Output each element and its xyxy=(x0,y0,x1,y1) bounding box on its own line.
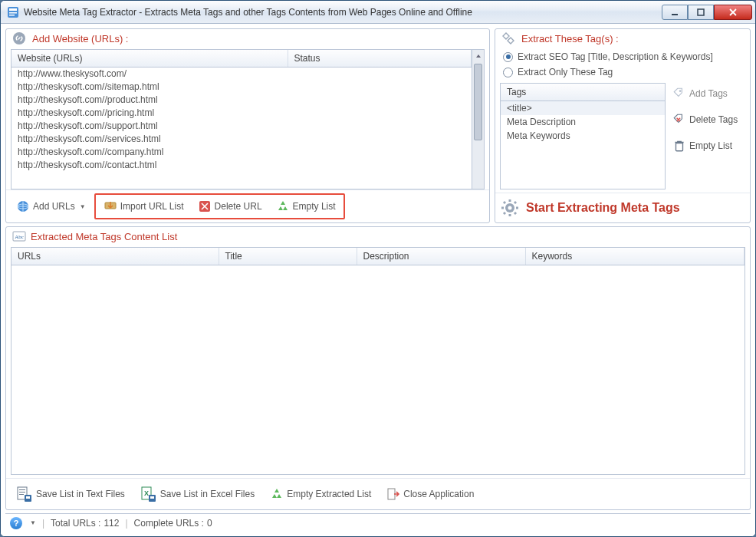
extract-header: Extract These Tag(s) : xyxy=(495,29,750,48)
window-controls xyxy=(662,5,752,20)
exit-icon xyxy=(386,487,400,501)
svg-point-11 xyxy=(679,90,682,92)
trash-icon xyxy=(672,139,686,153)
svg-rect-18 xyxy=(19,492,25,493)
tag-item[interactable]: Meta Description xyxy=(501,115,665,129)
add-urls-button[interactable]: Add URLs ▼ xyxy=(9,196,93,217)
tag-icon xyxy=(501,31,515,45)
tag-delete-icon xyxy=(672,113,686,127)
add-website-panel: Add Website (URLs) : Website (URLs) Stat… xyxy=(5,28,490,223)
start-extracting-button[interactable]: Start Extracting Meta Tags xyxy=(526,201,680,215)
client-area: Add Website (URLs) : Website (URLs) Stat… xyxy=(1,24,755,536)
delete-tags-button[interactable]: Delete Tags xyxy=(670,110,745,129)
col-website[interactable]: Website (URLs) xyxy=(12,50,288,68)
save-text-button[interactable]: Save List in Text Files xyxy=(9,482,132,506)
url-row: http://theskysoft.com//services.html xyxy=(12,133,472,146)
svg-rect-19 xyxy=(19,494,24,495)
url-table-body[interactable]: Website (URLs) Status http://www.theskys… xyxy=(12,50,472,189)
url-row: http://theskysoft.com//company.html xyxy=(12,146,472,159)
svg-rect-5 xyxy=(698,9,704,15)
col-title[interactable]: Title xyxy=(219,248,357,265)
results-table[interactable]: URLs Title Description Keywords xyxy=(11,247,745,475)
titlebar: Website Meta Tag Extractor - Extracts Me… xyxy=(1,1,755,24)
recycle-icon xyxy=(276,199,290,213)
scroll-thumb[interactable] xyxy=(474,64,482,140)
chevron-down-icon: ▼ xyxy=(80,203,86,210)
gear-icon xyxy=(500,198,520,218)
import-url-list-button[interactable]: Import URL List xyxy=(97,196,191,217)
scroll-up-icon[interactable] xyxy=(472,50,484,61)
url-row: http://theskysoft.com//sitemap.html xyxy=(12,81,472,94)
window-title: Website Meta Tag Extractor - Extracts Me… xyxy=(24,7,662,18)
radio-only-these[interactable]: Extract Only These Tag xyxy=(500,64,745,80)
tag-add-icon xyxy=(672,87,686,100)
total-urls-value: 112 xyxy=(104,518,119,529)
svg-text:X: X xyxy=(144,489,149,497)
app-window: Website Meta Tag Extractor - Extracts Me… xyxy=(0,0,756,537)
add-website-label: Add Website (URLs) : xyxy=(32,33,128,44)
add-website-header: Add Website (URLs) : xyxy=(6,29,489,48)
tags-header[interactable]: Tags xyxy=(501,84,665,101)
tags-list[interactable]: Tags <title> Meta Description Meta Keywo… xyxy=(500,83,666,189)
empty-list-button[interactable]: Empty List xyxy=(269,196,343,217)
svg-rect-2 xyxy=(9,12,17,14)
abc-icon: Abc xyxy=(12,229,26,243)
svg-rect-21 xyxy=(26,496,30,499)
svg-rect-1 xyxy=(9,8,17,11)
app-icon xyxy=(7,6,19,18)
extract-tags-panel: Extract These Tag(s) : Extract SEO Tag [… xyxy=(495,28,751,223)
empty-extracted-button[interactable]: Empty Extracted List xyxy=(263,483,378,505)
svg-rect-17 xyxy=(19,489,25,490)
url-row: http://theskysoft.com//contact.html xyxy=(12,159,472,172)
svg-text:Abc: Abc xyxy=(15,234,24,240)
url-table: Website (URLs) Status http://www.theskys… xyxy=(11,49,485,189)
total-urls-label: Total URLs : xyxy=(51,518,100,529)
url-row: http://www.theskysoft.com/ xyxy=(12,68,472,81)
col-urls[interactable]: URLs xyxy=(12,248,219,265)
radio-icon xyxy=(503,68,513,77)
svg-rect-25 xyxy=(150,496,154,499)
import-icon xyxy=(104,199,117,213)
col-keywords[interactable]: Keywords xyxy=(525,248,744,265)
extract-header-label: Extract These Tag(s) : xyxy=(521,33,619,44)
url-row: http://theskysoft.com//product.html xyxy=(12,94,472,107)
maximize-button[interactable] xyxy=(688,5,714,20)
save-excel-icon: X xyxy=(140,486,157,502)
help-icon[interactable]: ? xyxy=(10,517,22,529)
results-panel: Abc Extracted Meta Tags Content List URL… xyxy=(5,226,751,510)
svg-rect-3 xyxy=(9,15,15,16)
add-tags-button[interactable]: Add Tags xyxy=(670,84,745,103)
svg-rect-26 xyxy=(388,489,395,499)
delete-url-button[interactable]: Delete URL xyxy=(191,196,269,217)
highlighted-url-buttons: Import URL List Delete URL xyxy=(94,193,345,219)
tag-item[interactable]: <title> xyxy=(501,101,665,115)
start-row: Start Extracting Meta Tags xyxy=(495,193,750,222)
close-button[interactable] xyxy=(714,5,752,20)
col-description[interactable]: Description xyxy=(357,248,525,265)
chevron-down-icon[interactable]: ▼ xyxy=(30,519,36,526)
url-row: http://theskysoft.com//pricing.html xyxy=(12,107,472,120)
url-row: http://theskysoft.com//support.html xyxy=(12,120,472,133)
svg-point-13 xyxy=(508,206,512,210)
save-text-icon xyxy=(16,486,33,502)
url-toolbar: Add URLs ▼ Import URL List xyxy=(6,189,489,222)
link-icon xyxy=(12,31,26,45)
empty-tags-button[interactable]: Empty List xyxy=(670,137,745,155)
minimize-button[interactable] xyxy=(662,5,688,20)
recycle-icon xyxy=(270,487,284,501)
globe-icon xyxy=(16,199,30,213)
radio-icon xyxy=(503,52,513,62)
save-excel-button[interactable]: X Save List in Excel Files xyxy=(133,482,261,506)
tag-item[interactable]: Meta Keywords xyxy=(501,129,665,143)
radio-seo-tag[interactable]: Extract SEO Tag [Title, Description & Ke… xyxy=(500,49,745,64)
close-application-button[interactable]: Close Application xyxy=(380,483,481,505)
svg-rect-4 xyxy=(672,14,678,15)
url-table-scrollbar[interactable] xyxy=(472,50,484,189)
statusbar: ? ▼ | Total URLs : 112 | Complete URLs :… xyxy=(5,513,751,532)
delete-icon xyxy=(198,199,212,213)
col-status[interactable]: Status xyxy=(288,50,472,68)
complete-urls-label: Complete URLs : xyxy=(134,518,204,529)
results-header: Abc Extracted Meta Tags Content List xyxy=(6,227,750,245)
complete-urls-value: 0 xyxy=(207,518,212,529)
results-toolbar: Save List in Text Files X Save List in E… xyxy=(6,478,750,509)
